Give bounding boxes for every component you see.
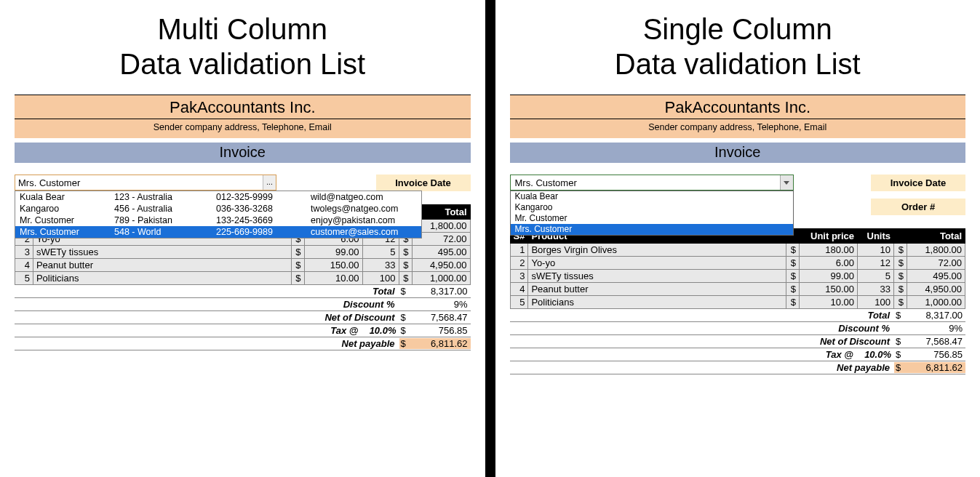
table-row[interactable]: 3sWETy tissues$99.005$495.00 (15, 246, 471, 259)
vertical-divider (485, 0, 495, 477)
invoice-date-label: Invoice Date (376, 175, 471, 191)
single-dropdown-list[interactable]: Kuala BearKangarooMr. CustomerMrs. Custo… (510, 191, 794, 236)
cell-currency: $ (894, 283, 907, 296)
cell-currency: $ (291, 259, 304, 272)
cell-product: sWETy tissues (528, 270, 786, 283)
single-combo-input[interactable]: Mrs. Customer (510, 175, 794, 191)
dropdown-option[interactable]: Mr. Customer789 - Pakistan133-245-3669en… (15, 215, 421, 226)
cell-currency: $ (786, 257, 800, 270)
cell-currency: $ (399, 246, 412, 259)
table-row[interactable]: 4Peanut butter$150.0033$4,950.00 (15, 259, 471, 272)
cell-total: 1,800.00 (907, 244, 965, 257)
option-phone: 012-325-9999 (216, 192, 311, 202)
summary-block: Total$8,317.00Discount %9%Net of Discoun… (510, 309, 966, 374)
option-address: 123 - Australia (114, 192, 216, 202)
summary-discount-label: Discount % (15, 299, 399, 310)
title-line2: Data validation List (615, 48, 861, 80)
summary-discount-value: 9% (907, 323, 965, 334)
option-name: Mr. Customer (20, 215, 114, 225)
cell-total: 4,950.00 (907, 283, 965, 296)
invoice-date-label: Invoice Date (871, 175, 965, 191)
cell-currency: $ (399, 272, 412, 285)
combo-expand-button[interactable]: ... (263, 175, 276, 190)
cell-units: 33 (362, 259, 399, 272)
option-phone: 225-669-9989 (216, 227, 311, 237)
dropdown-option[interactable]: Kangaroo (511, 202, 793, 213)
cell-total: 72.00 (907, 257, 965, 270)
order-number-label: Order # (871, 199, 965, 215)
currency: $ (894, 336, 907, 347)
cell-units: 10 (858, 244, 894, 257)
cell-sn: 3 (510, 270, 528, 283)
dropdown-button[interactable] (780, 175, 793, 190)
summary-netdisc-value: 7,568.47 (907, 336, 965, 347)
title-line2: Data validation List (119, 48, 365, 80)
cell-unit-price: 150.00 (304, 259, 362, 272)
table-row[interactable]: 4Peanut butter$150.0033$4,950.00 (510, 283, 965, 296)
dropdown-option[interactable]: Mrs. Customer (511, 224, 793, 235)
cell-unit-price: 150.00 (800, 283, 858, 296)
multi-combo-area: Mrs. Customer ... Kuala Bear123 - Austra… (15, 175, 276, 191)
currency: $ (399, 325, 413, 336)
table-row[interactable]: 3sWETy tissues$99.005$495.00 (510, 270, 965, 283)
summary-block: Total$8,317.00Discount %9%Net of Discoun… (15, 285, 471, 350)
multi-dropdown-list[interactable]: Kuala Bear123 - Australia012-325-9999wil… (15, 191, 422, 238)
table-row[interactable]: 2Yo-yo$6.0012$72.00 (510, 257, 965, 270)
dropdown-option[interactable]: Mrs. Customer548 - World225-669-9989cust… (15, 226, 421, 238)
cell-units: 100 (858, 296, 894, 309)
cell-units: 5 (362, 246, 399, 259)
summary-discount-label: Discount % (510, 323, 895, 334)
cell-sn: 2 (510, 257, 528, 270)
table-row[interactable]: 1Borges Virgin Olives$180.0010$1,800.00 (510, 244, 965, 257)
summary-total-label: Total (15, 286, 399, 297)
currency: $ (894, 310, 907, 321)
option-address: 548 - World (114, 227, 216, 237)
option-email: twolegs@natgeo.com (311, 204, 417, 214)
cell-currency: $ (894, 270, 907, 283)
cell-currency: $ (894, 244, 907, 257)
option-name: Kangaroo (20, 204, 114, 214)
cell-total: 1,000.00 (412, 272, 470, 285)
cell-product: Peanut butter (528, 283, 786, 296)
cell-total: 495.00 (907, 270, 965, 283)
dropdown-option[interactable]: Mr. Customer (511, 213, 793, 224)
combo-value: Mrs. Customer (18, 177, 80, 188)
option-address: 789 - Pakistan (114, 215, 216, 225)
invoice-heading: Invoice (15, 143, 471, 163)
cell-unit-price: 10.00 (304, 272, 362, 285)
company-name: PakAccountants Inc. (15, 95, 471, 119)
invoice-heading: Invoice (510, 143, 966, 163)
col-units: Units (858, 229, 894, 244)
currency: $ (399, 312, 413, 323)
currency: $ (399, 338, 413, 349)
company-sub-band: Sender company address, Telephone, Email (15, 119, 471, 138)
company-name: PakAccountants Inc. (510, 95, 966, 119)
col-total: Total (894, 229, 965, 244)
cell-sn: 5 (15, 272, 33, 285)
company-band: PakAccountants Inc. (15, 95, 471, 119)
company-band: PakAccountants Inc. (510, 95, 966, 119)
dropdown-option[interactable]: Kangaroo456 - Australia036-336-3268twole… (15, 203, 421, 215)
table-row[interactable]: 5Politicians$10.00100$1,000.00 (510, 296, 965, 309)
option-name: Kuala Bear (20, 192, 114, 202)
cell-product: Yo-yo (528, 257, 786, 270)
cell-currency: $ (786, 244, 800, 257)
company-sub: Sender company address, Telephone, Email (648, 119, 826, 138)
summary-tax-label: Tax @ (510, 349, 859, 360)
dropdown-option[interactable]: Kuala Bear (511, 191, 793, 202)
cell-unit-price: 180.00 (800, 244, 858, 257)
table-row[interactable]: 5Politicians$10.00100$1,000.00 (15, 272, 471, 285)
cell-currency: $ (399, 259, 412, 272)
multi-combo-input[interactable]: Mrs. Customer ... (15, 175, 276, 191)
dropdown-option[interactable]: Kuala Bear123 - Australia012-325-9999wil… (15, 191, 421, 203)
summary-netdisc-label: Net of Discount (15, 312, 399, 323)
title-line1: Multi Column (158, 13, 327, 45)
cell-product: Politicians (33, 272, 291, 285)
cell-currency: $ (291, 272, 304, 285)
summary-total-label: Total (510, 310, 895, 321)
summary-netpay-value: 6,811.62 (907, 362, 965, 373)
summary-netdisc-value: 7,568.47 (413, 312, 471, 323)
cell-unit-price: 99.00 (800, 270, 858, 283)
option-email: customer@sales.com (311, 227, 417, 237)
company-sub: Sender company address, Telephone, Email (154, 119, 332, 138)
